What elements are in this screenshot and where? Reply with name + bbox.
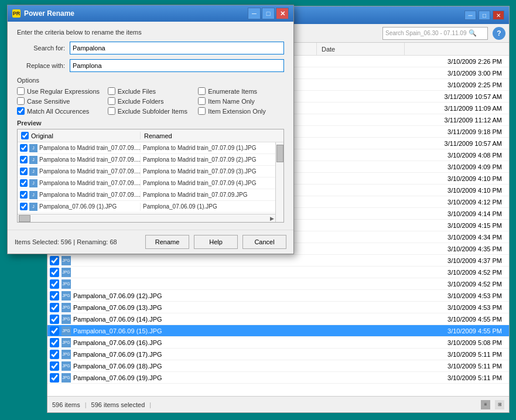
preview-cell-renamed: Pamplona to Madrid train_07.07.09 (3).JP… [141, 168, 283, 175]
option-item: Case Sensitive [17, 97, 103, 105]
minimize-button[interactable]: ─ [464, 11, 476, 20]
hscroll-thumb[interactable] [19, 215, 30, 222]
close-button[interactable]: ✕ [493, 11, 504, 20]
hscroll-right-arrow[interactable]: ▶ [270, 216, 275, 221]
file-date: 3/10/2009 4:10 PM [419, 187, 507, 194]
option-checkbox[interactable] [198, 87, 206, 95]
cancel-button[interactable]: Cancel [242, 235, 286, 249]
file-date: 3/10/2009 4:55 PM [419, 327, 507, 334]
file-row[interactable]: JPG Pampalona_07.06.09 (17).JPG 3/10/200… [47, 349, 509, 360]
replace-input[interactable] [70, 59, 284, 72]
preview-hscrollbar[interactable]: ▶ [18, 214, 275, 222]
help-button[interactable]: ? [493, 27, 505, 40]
file-row[interactable]: JPG Pampalona_07.06.09 (18).JPG 3/10/200… [47, 360, 509, 372]
preview-cell-original: J Pampalona to Madrid train_07.07.09.... [18, 156, 141, 164]
file-checkbox[interactable] [50, 326, 59, 336]
option-checkbox[interactable] [198, 97, 206, 105]
preview-table: Original Renamed J Pampalona to Madrid t… [17, 129, 284, 223]
option-item: Use Regular Expressions [17, 87, 103, 95]
dialog-footer: Items Selected: 596 | Renaming: 68 Renam… [8, 230, 293, 254]
option-label: Match All Occurences [27, 108, 89, 115]
search-label: Search for: [17, 45, 70, 52]
preview-row-checkbox[interactable] [20, 168, 28, 175]
search-icon[interactable]: 🔍 [469, 29, 477, 37]
file-row[interactable]: JPG Pampalona_07.06.09 (12).JPG 3/10/200… [47, 290, 509, 302]
file-checkbox[interactable] [50, 303, 59, 312]
preview-row[interactable]: J Pampalona to Madrid train_07.07.09....… [18, 177, 283, 189]
preview-row[interactable]: J Pampalona to Madrid train_07.07.09....… [18, 154, 283, 166]
dialog-close-button[interactable]: ✕ [276, 8, 289, 19]
preview-row-checkbox[interactable] [20, 191, 28, 199]
rename-button[interactable]: Rename [145, 235, 189, 249]
original-name: Pampalona to Madrid train_07.07.09.... [39, 192, 141, 198]
file-checkbox[interactable] [50, 279, 59, 289]
preview-row[interactable]: J Pampalona to Madrid train_07.07.09....… [18, 166, 283, 177]
option-checkbox[interactable] [108, 87, 115, 95]
file-checkbox[interactable] [50, 338, 59, 347]
option-checkbox[interactable] [108, 97, 115, 105]
option-label: Case Sensitive [27, 98, 70, 105]
file-row[interactable]: JPG Pampalona_07.06.09 (19).JPG 3/10/200… [47, 372, 509, 384]
option-checkbox[interactable] [198, 107, 206, 115]
option-label: Use Regular Expressions [27, 88, 100, 95]
preview-row-checkbox[interactable] [20, 144, 28, 152]
file-checkbox[interactable] [50, 256, 59, 265]
file-checkbox[interactable] [50, 361, 59, 371]
preview-row[interactable]: J Pampalona to Madrid train_07.07.09....… [18, 189, 283, 201]
file-date: 3/10/2009 4:34 PM [419, 234, 507, 241]
status-bar: 596 items | 596 items selected | ≡ ⊞ [47, 396, 509, 412]
preview-row-checkbox[interactable] [20, 203, 28, 210]
file-date: 3/10/2009 4:52 PM [419, 281, 507, 288]
file-checkbox[interactable] [50, 315, 59, 324]
preview-row-checkbox[interactable] [20, 156, 28, 163]
option-item: Exclude Files [108, 87, 194, 95]
preview-file-icon: J [29, 156, 37, 164]
help-dialog-button[interactable]: Help [194, 235, 238, 249]
dialog-minimize-button[interactable]: ─ [248, 8, 261, 19]
file-checkbox[interactable] [50, 291, 59, 301]
preview-cell-original: J Pampalona to Madrid train_07.07.09.... [18, 168, 141, 176]
original-name: Pampalona to Madrid train_07.07.09.... [39, 145, 141, 151]
file-date: 3/10/2009 5:11 PM [419, 374, 507, 381]
file-checkbox[interactable] [50, 350, 59, 359]
option-checkbox[interactable] [108, 107, 115, 115]
file-row[interactable]: JPG Pampalona_07.06.09 (15).JPG 3/10/200… [47, 325, 509, 337]
preview-table-header: Original Renamed [18, 129, 283, 142]
dialog-icon: PR [12, 9, 20, 18]
file-row[interactable]: JPG Pampalona_07.06.09 (13).JPG 3/10/200… [47, 302, 509, 313]
preview-row[interactable]: J Pampalona to Madrid train_07.07.09....… [18, 142, 283, 154]
preview-select-all[interactable] [21, 132, 29, 139]
file-date: 3/10/2009 4:12 PM [419, 199, 507, 206]
option-item: Match All Occurences [17, 107, 103, 115]
file-icon: JPG [61, 291, 71, 301]
view-toggle-1[interactable]: ≡ [481, 400, 490, 409]
search-box[interactable]: Search Spain_06.30 - 07.11.09 🔍 [382, 27, 488, 40]
file-date: 3/11/2009 10:57 AM [419, 93, 507, 100]
preview-vscrollbar[interactable] [275, 142, 283, 222]
preview-row-checkbox[interactable] [20, 179, 28, 187]
option-checkbox[interactable] [17, 97, 25, 105]
option-checkbox[interactable] [17, 107, 25, 115]
file-row[interactable]: JPG 3/10/2009 4:52 PM [47, 267, 509, 278]
file-date: 3/10/2009 4:53 PM [419, 304, 507, 311]
file-row[interactable]: JPG Pampalona_07.06.09 (14).JPG 3/10/200… [47, 313, 509, 325]
dialog-buttons: Rename Help Cancel [145, 235, 286, 249]
file-checkbox[interactable] [50, 268, 59, 277]
status-separator: | [85, 401, 87, 408]
view-toggle-2[interactable]: ⊞ [495, 400, 504, 409]
file-checkbox[interactable] [50, 373, 59, 383]
original-name: Pampalona to Madrid train_07.07.09.... [39, 156, 141, 163]
option-checkbox[interactable] [17, 87, 25, 95]
file-row[interactable]: JPG 3/10/2009 4:37 PM [47, 255, 509, 267]
search-input[interactable] [70, 42, 284, 54]
file-row[interactable]: JPG 3/10/2009 4:52 PM [47, 278, 509, 290]
col-header-date[interactable]: Date [317, 43, 405, 55]
maximize-button[interactable]: □ [479, 11, 490, 20]
preview-row[interactable]: J Pampalona_07.06.09 (1).JPG Pamplona_07… [18, 201, 283, 213]
file-row[interactable]: JPG Pampalona_07.06.09 (16).JPG 3/10/200… [47, 337, 509, 349]
dialog-maximize-button[interactable]: □ [262, 8, 275, 19]
file-icon: JPG [61, 361, 71, 371]
preview-cell-original: J Pampalona to Madrid train_07.07.09.... [18, 144, 141, 152]
scrollbar-thumb[interactable] [276, 145, 283, 162]
option-item: Item Extension Only [198, 107, 284, 115]
